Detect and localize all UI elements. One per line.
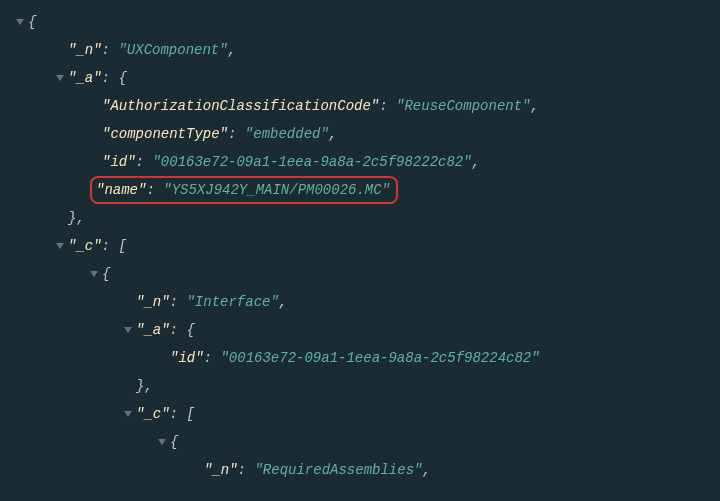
- line-c0-id: "id": "00163e72-09a1-1eea-9a8a-2c5f98224…: [0, 344, 720, 372]
- key-auth: "AuthorizationClassificationCode": [102, 98, 379, 114]
- line-c0-a-open: "_a": {: [0, 316, 720, 344]
- toggle-icon[interactable]: [86, 269, 102, 279]
- key-name: "name": [96, 182, 146, 198]
- val-c0-id: "00163e72-09a1-1eea-9a8a-2c5f98224c82": [220, 350, 539, 366]
- line-c0-c-open: "_c": [: [0, 400, 720, 428]
- line-c0c0-open: {: [0, 428, 720, 456]
- line-ctype: "componentType": "embedded",: [0, 120, 720, 148]
- line-id: "id": "00163e72-09a1-1eea-9a8a-2c5f98222…: [0, 148, 720, 176]
- open-brace: {: [28, 14, 36, 30]
- val-auth: "ReuseComponent": [396, 98, 530, 114]
- toggle-icon[interactable]: [52, 73, 68, 83]
- line-n: "_n": "UXComponent",: [0, 36, 720, 64]
- line-c0-n: "_n": "Interface",: [0, 288, 720, 316]
- toggle-icon[interactable]: [12, 17, 28, 27]
- line-auth: "AuthorizationClassificationCode": "Reus…: [0, 92, 720, 120]
- key-c0-a: "_a": [136, 322, 170, 338]
- toggle-icon[interactable]: [52, 241, 68, 251]
- line-name-highlighted: "name": "YS5XJ942Y_MAIN/PM00026.MC": [0, 176, 720, 204]
- json-tree-viewer: { "_n": "UXComponent", "_a": { "Authoriz…: [0, 8, 720, 484]
- toggle-icon[interactable]: [120, 325, 136, 335]
- toggle-icon[interactable]: [120, 409, 136, 419]
- line-a-open: "_a": {: [0, 64, 720, 92]
- line-c0c0-n: "_n": "RequiredAssemblies",: [0, 456, 720, 484]
- key-a: "_a": [68, 70, 102, 86]
- line-open-root: {: [0, 8, 720, 36]
- val-c0-n: "Interface": [186, 294, 278, 310]
- val-n: "UXComponent": [118, 42, 227, 58]
- line-c0-open: {: [0, 260, 720, 288]
- toggle-icon[interactable]: [154, 437, 170, 447]
- key-c0-c: "_c": [136, 406, 170, 422]
- line-c-open: "_c": [: [0, 232, 720, 260]
- key-c0c0-n: "_n": [204, 462, 238, 478]
- key-id: "id": [102, 154, 136, 170]
- key-c0-id: "id": [170, 350, 204, 366]
- line-a-close: },: [0, 204, 720, 232]
- val-ctype: "embedded": [245, 126, 329, 142]
- key-ctype: "componentType": [102, 126, 228, 142]
- val-id: "00163e72-09a1-1eea-9a8a-2c5f98222c82": [152, 154, 471, 170]
- key-n: "_n": [68, 42, 102, 58]
- val-c0c0-n: "RequiredAssemblies": [254, 462, 422, 478]
- line-c0-a-close: },: [0, 372, 720, 400]
- val-name: "YS5XJ942Y_MAIN/PM00026.MC": [163, 182, 390, 198]
- key-c: "_c": [68, 238, 102, 254]
- key-c0-n: "_n": [136, 294, 170, 310]
- highlight-box: "name": "YS5XJ942Y_MAIN/PM00026.MC": [90, 176, 398, 204]
